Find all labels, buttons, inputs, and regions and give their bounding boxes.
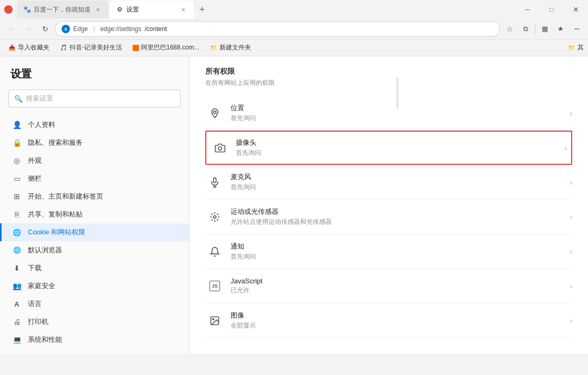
sidebar-item-browser[interactable]: 🌐 默认浏览器 [0, 241, 189, 259]
browser-content: 设置 🔍 搜索设置 👤 个人资料 🔒 隐私、搜索和服务 ◎ 外观 [0, 56, 588, 354]
motion-text: 运动或光传感器 允许站点使用运动传感器和光传感器 [231, 207, 565, 226]
sidebar-item-printer[interactable]: 🖨 打印机 [0, 313, 189, 331]
sidebar-item-printer-label: 打印机 [28, 317, 48, 327]
permission-motion[interactable]: 运动或光传感器 允许站点使用运动传感器和光传感器 › [205, 200, 572, 234]
location-desc: 首先询问 [231, 114, 565, 123]
permission-camera-wrapper: 摄像头 首先询问 › [205, 131, 572, 165]
sidebar-item-profile-label: 个人资料 [28, 120, 55, 130]
svg-rect-2 [214, 177, 216, 182]
bookmark-tiktok-label: 抖音-记录美好生活 [69, 43, 122, 52]
address-bar[interactable]: e Edge | edge://settings /content [55, 21, 500, 37]
lock-icon: 🔒 [12, 138, 22, 147]
window-icon [4, 5, 13, 14]
bookmark-import[interactable]: 📥 导入收藏夹 [4, 42, 54, 53]
sidebar-item-appearance[interactable]: ◎ 外观 [0, 152, 189, 170]
cookies-icon: 🌐 [12, 228, 22, 237]
camera-desc: 首先询问 [236, 149, 560, 157]
tab1-close[interactable]: ✕ [94, 5, 102, 14]
bookmarks-more-icon: 📁 [568, 44, 575, 51]
sidebar-scrollbar[interactable] [396, 77, 398, 109]
navigation-bar: ← → ↻ e Edge | edge://settings /content … [0, 18, 588, 40]
bookmark-tiktok[interactable]: 🎵 抖音-记录美好生活 [56, 42, 126, 53]
sidebar-item-cookies-label: Cookie 和网站权限 [28, 228, 85, 237]
back-button[interactable]: ← [4, 22, 19, 36]
sidebar-item-family[interactable]: 👥 家庭安全 [0, 277, 189, 295]
permission-microphone[interactable]: 麦克风 首先询问 › [205, 165, 572, 200]
bookmarks-more-label: 其 [577, 43, 584, 52]
sidebar-item-appearance-label: 外观 [28, 156, 42, 165]
search-icon: 🔍 [14, 95, 23, 103]
sidebar-item-downloads[interactable]: ⬇ 下载 [0, 259, 189, 277]
sidebar-item-profile[interactable]: 👤 个人资料 [0, 116, 189, 134]
forward-button[interactable]: → [21, 22, 36, 36]
svg-point-0 [214, 111, 216, 113]
sidebar-item-share[interactable]: ⎘ 共享、复制和粘贴 [0, 205, 189, 223]
system-icon: 💻 [12, 335, 22, 344]
section-subtitle: 在所有网站上应用的权限 [205, 78, 572, 87]
language-icon: A [12, 299, 22, 309]
images-name: 图像 [231, 311, 565, 320]
permission-images[interactable]: 图像 全部显示 › [205, 303, 572, 338]
star-icon[interactable]: ☆ [502, 22, 517, 36]
minimize-button[interactable]: ─ [515, 0, 540, 18]
tab2-close[interactable]: ✕ [179, 5, 187, 14]
tab2-title: 设置 [126, 5, 176, 14]
bookmark-newfolder[interactable]: 📁 新建文件夹 [206, 42, 255, 53]
permission-camera[interactable]: 摄像头 首先询问 › [206, 132, 571, 164]
sidebar-item-share-label: 共享、复制和粘贴 [28, 210, 83, 219]
microphone-icon [205, 173, 224, 192]
printer-icon: 🖨 [12, 317, 22, 327]
menu-icon[interactable]: ··· [569, 22, 584, 36]
sidebar-item-system[interactable]: 💻 系统和性能 [0, 331, 189, 349]
new-tab-button[interactable]: + [195, 2, 210, 17]
sidebar-item-system-label: 系统和性能 [28, 335, 62, 344]
permission-javascript[interactable]: JS JavaScript 已允许 › [205, 269, 572, 303]
bookmark-alibaba-icon [133, 45, 139, 51]
bookmark-alibaba[interactable]: 阿里巴巴1688.com... [128, 42, 204, 53]
permission-notifications[interactable]: 通知 首先询问 › [205, 234, 572, 269]
sidebar-item-privacy[interactable]: 🔒 隐私、搜索和服务 [0, 134, 189, 152]
permission-location[interactable]: 位置 首先询问 › [205, 96, 572, 131]
javascript-name: JavaScript [231, 277, 565, 285]
sidebar-item-family-label: 家庭安全 [28, 281, 55, 291]
sidebar-icon: ▭ [12, 174, 22, 183]
sidebar-item-cookies[interactable]: 🌐 Cookie 和网站权限 [0, 223, 189, 241]
settings-sidebar: 设置 🔍 搜索设置 👤 个人资料 🔒 隐私、搜索和服务 ◎ 外观 [0, 56, 190, 354]
notifications-arrow: › [570, 248, 572, 256]
settings-title: 设置 [0, 67, 189, 90]
settings-content: 所有权限 在所有网站上应用的权限 位置 首先询问 › [190, 56, 588, 354]
favorites-icon[interactable]: ★ [553, 22, 568, 36]
sidebar-item-sidebar[interactable]: ▭ 侧栏 [0, 170, 189, 188]
refresh-button[interactable]: ↻ [38, 22, 53, 36]
bookmarks-more[interactable]: 📁 其 [568, 43, 584, 52]
edge-favicon: e [62, 25, 70, 33]
sidebar-toggle-icon[interactable]: ▦ [537, 22, 552, 36]
section-header: 所有权限 在所有网站上应用的权限 [205, 67, 572, 87]
address-separator: | [93, 25, 95, 33]
sidebar-item-privacy-label: 隐私、搜索和服务 [28, 138, 83, 147]
title-bar: 🐾 百度一下，你就知道 ✕ ⚙ 设置 ✕ + ─ □ ✕ [0, 0, 588, 18]
family-icon: 👥 [12, 281, 22, 291]
javascript-desc: 已允许 [231, 286, 565, 295]
javascript-arrow: › [570, 282, 572, 290]
camera-text: 摄像头 首先询问 [236, 138, 560, 157]
nav-right-icons: ☆ ⧉ ▦ ★ ··· [502, 22, 584, 36]
sidebar-item-language[interactable]: A 语言 [0, 295, 189, 313]
profile-icon: 👤 [12, 120, 22, 130]
extensions-icon[interactable]: ⧉ [518, 22, 533, 36]
sidebar-item-reset[interactable]: ↺ 重置设置 [0, 349, 189, 354]
sidebar-item-start-label: 开始、主页和新建标签页 [28, 192, 103, 201]
motion-icon [205, 208, 224, 226]
tab-settings[interactable]: ⚙ 设置 ✕ [109, 1, 194, 18]
microphone-arrow: › [570, 178, 572, 186]
close-button[interactable]: ✕ [564, 0, 588, 18]
location-icon [205, 104, 224, 123]
sidebar-item-start[interactable]: ⊞ 开始、主页和新建标签页 [0, 188, 189, 205]
sidebar-item-language-label: 语言 [28, 299, 42, 309]
sidebar-item-downloads-label: 下载 [28, 263, 42, 273]
search-box[interactable]: 🔍 搜索设置 [8, 90, 181, 107]
sidebar-item-sidebar-label: 侧栏 [28, 174, 42, 183]
maximize-button[interactable]: □ [540, 0, 564, 18]
tab-baidu[interactable]: 🐾 百度一下，你就知道 ✕ [17, 1, 108, 18]
tab2-favicon: ⚙ [116, 6, 123, 13]
